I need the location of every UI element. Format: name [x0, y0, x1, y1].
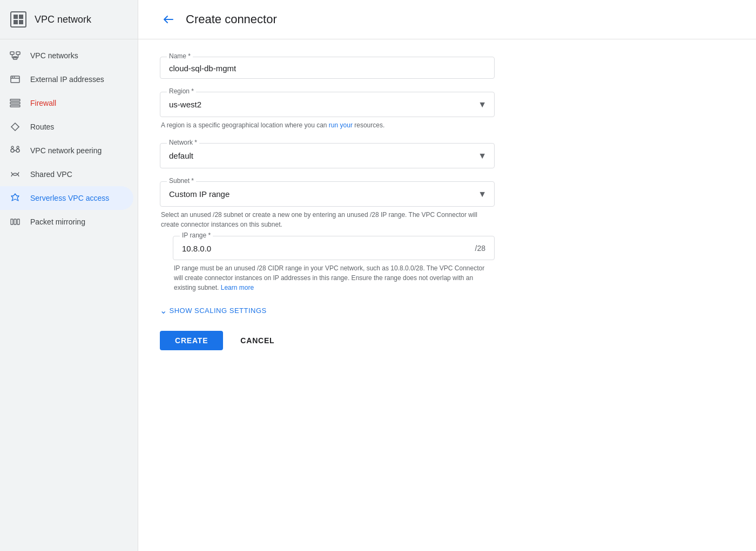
subnet-help: Select an unused /28 subnet or create a … [160, 210, 495, 229]
main-header: Create connector [138, 0, 756, 39]
sidebar-header: VPC network [0, 0, 138, 39]
show-scaling-label: SHOW SCALING SETTINGS [170, 307, 267, 315]
subnet-label: Subnet * [167, 177, 196, 185]
serverless-vpc-icon [9, 192, 22, 205]
sidebar-item-routes[interactable]: Routes [0, 115, 133, 139]
form-area: Name * Region * us-west2 us-east1 us-cen… [138, 39, 516, 368]
svg-rect-0 [11, 12, 26, 27]
sidebar-item-label-routes: Routes [30, 123, 54, 131]
create-button[interactable]: CREATE [160, 331, 223, 350]
packet-mirroring-icon [9, 215, 22, 228]
svg-rect-26 [11, 219, 13, 225]
vpc-peering-icon [9, 144, 22, 157]
svg-rect-17 [10, 103, 20, 104]
vpc-networks-icon [9, 49, 22, 62]
svg-point-22 [11, 146, 14, 148]
ip-range-help: IP range must be an unused /28 CIDR rang… [173, 263, 495, 292]
sidebar-item-label-vpc-peering: VPC network peering [30, 146, 102, 155]
sidebar-item-packet-mirroring[interactable]: Packet mirroring [0, 210, 133, 234]
subnet-group: Subnet * Custom IP range ▼ Select an unu… [160, 181, 495, 292]
ip-range-input[interactable] [182, 242, 471, 254]
region-select[interactable]: us-west2 us-east1 us-central1 europe-wes… [160, 92, 494, 117]
ip-range-label: IP range * [180, 232, 213, 239]
sidebar: VPC network VPC networks [0, 0, 138, 551]
learn-more-link[interactable]: Learn more [221, 284, 254, 291]
network-select-wrapper: Network * default ▼ [160, 143, 495, 168]
region-group: Region * us-west2 us-east1 us-central1 e… [160, 92, 495, 130]
name-label: Name * [167, 52, 193, 60]
sidebar-item-external-ip[interactable]: External IP addresses [0, 67, 133, 91]
svg-rect-3 [14, 20, 18, 24]
svg-rect-4 [19, 20, 23, 24]
routes-icon [9, 120, 22, 133]
back-button[interactable] [160, 11, 177, 28]
region-label: Region * [167, 87, 196, 95]
svg-rect-1 [14, 15, 18, 19]
ip-range-suffix: /28 [475, 244, 485, 253]
firewall-icon [9, 97, 22, 110]
sidebar-nav: VPC networks External IP addresses [0, 39, 138, 238]
name-input[interactable] [169, 62, 485, 74]
sidebar-item-label-vpc-networks: VPC networks [30, 51, 78, 60]
sidebar-item-vpc-networks[interactable]: VPC networks [0, 44, 133, 67]
name-field-wrapper: Name * [160, 57, 495, 79]
svg-rect-6 [16, 52, 20, 55]
svg-point-20 [16, 149, 19, 152]
network-label: Network * [167, 139, 199, 146]
vpc-network-icon [9, 10, 28, 29]
svg-rect-16 [10, 99, 20, 101]
sidebar-item-label-shared-vpc: Shared VPC [30, 170, 72, 179]
svg-rect-28 [17, 219, 19, 225]
ip-range-container: IP range * /28 IP range must be an unuse… [173, 236, 495, 292]
svg-point-23 [17, 146, 19, 148]
sidebar-item-label-serverless-vpc: Serverless VPC access [30, 194, 109, 202]
ip-range-field-wrapper: IP range * /28 [173, 236, 495, 260]
subnet-select-wrapper: Subnet * Custom IP range ▼ [160, 181, 495, 207]
sidebar-title: VPC network [35, 14, 91, 25]
sidebar-item-label-packet-mirroring: Packet mirroring [30, 217, 85, 226]
cancel-button[interactable]: CANCEL [232, 331, 283, 350]
svg-rect-27 [14, 219, 16, 225]
network-group: Network * default ▼ [160, 143, 495, 168]
svg-point-19 [11, 149, 14, 152]
svg-rect-2 [19, 15, 23, 19]
sidebar-item-label-firewall: Firewall [30, 99, 56, 107]
svg-point-14 [12, 77, 13, 78]
sidebar-item-serverless-vpc[interactable]: Serverless VPC access [0, 186, 133, 210]
name-group: Name * [160, 57, 495, 79]
sidebar-item-firewall[interactable]: Firewall [0, 91, 133, 115]
svg-point-15 [14, 77, 15, 78]
external-ip-icon [9, 73, 22, 86]
sidebar-item-label-external-ip: External IP addresses [30, 75, 104, 84]
main-content: Create connector Name * Region * us-west… [138, 0, 756, 551]
shared-vpc-icon [9, 168, 22, 181]
button-row: CREATE CANCEL [160, 331, 495, 350]
region-help: A region is a specific geographical loca… [160, 120, 495, 130]
sidebar-item-vpc-peering[interactable]: VPC network peering [0, 139, 133, 162]
svg-rect-18 [10, 105, 20, 107]
region-help-link[interactable]: run your [329, 121, 353, 129]
subnet-select[interactable]: Custom IP range [160, 182, 494, 206]
chevron-down-icon: ⌄ [160, 305, 167, 316]
region-select-wrapper: Region * us-west2 us-east1 us-central1 e… [160, 92, 495, 117]
page-title: Create connector [186, 12, 277, 26]
network-select[interactable]: default [160, 144, 494, 168]
sidebar-item-shared-vpc[interactable]: Shared VPC [0, 162, 133, 186]
show-scaling-toggle[interactable]: ⌄ SHOW SCALING SETTINGS [160, 305, 495, 316]
svg-rect-5 [10, 52, 14, 55]
app-container: VPC network VPC networks [0, 0, 756, 551]
